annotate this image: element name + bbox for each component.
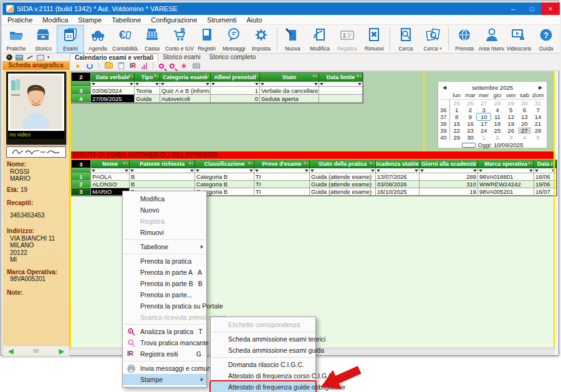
toolbar-prenota[interactable]: Prenota [451, 25, 478, 53]
calendar-day[interactable]: 2 [491, 134, 504, 141]
calendar-day[interactable]: 14 [531, 113, 545, 120]
chart-icon[interactable] [141, 63, 148, 69]
magic-wand-icon[interactable]: ★ [75, 63, 81, 69]
calendar-day[interactable]: 22 [450, 127, 464, 134]
toolbar-conto-iuv[interactable]: + Conto e IUV [166, 25, 193, 53]
menu-item-analizza[interactable]: Analizza la praticaT [123, 326, 206, 337]
cell-prove[interactable]: TI [254, 173, 310, 181]
close-button[interactable]: × [541, 2, 560, 15]
row-header-corner[interactable]: 3 [72, 160, 91, 168]
cell-data-limite[interactable] [319, 95, 363, 103]
tab-storico-completo[interactable]: Storico completo [205, 54, 260, 61]
calendar-day[interactable]: 26 [504, 127, 518, 134]
menu-item-rimuovi[interactable]: Rimuovi [123, 227, 206, 238]
calendar-day[interactable]: 19 [504, 120, 518, 127]
column-header[interactable]: Data verbale∗↕ [91, 73, 135, 82]
camera-lens-icon[interactable] [6, 54, 12, 60]
menu-item-registra-esiti[interactable]: IR Registra esitiG [123, 348, 206, 360]
calendar-day[interactable]: 4 [491, 107, 504, 113]
calendar-day[interactable]: 5 [504, 107, 518, 113]
row-number[interactable]: 3 [72, 188, 91, 196]
cell-prove[interactable]: TI [254, 188, 310, 196]
filter-cell[interactable] [260, 82, 319, 87]
column-header[interactable]: Tipo∗↕ [135, 73, 160, 82]
calendar-next-icon[interactable]: ▶ [536, 85, 545, 90]
column-header[interactable]: Classificazione∗↕ [195, 160, 254, 168]
cell-nome[interactable]: PAOLA [91, 173, 130, 181]
menu-item-stampe[interactable]: Stampe [123, 374, 206, 385]
envelope-icon[interactable]: ✉ [33, 347, 39, 355]
menu-item-prenota-in-parte[interactable]: Prenota in parte... [123, 289, 206, 300]
toolbar-videocorsi[interactable]: Videocorsi [506, 25, 533, 53]
minimize-button[interactable]: – [504, 2, 522, 15]
cell-giorni[interactable]: 310 [420, 181, 478, 188]
column-header[interactable]: Stato della pratica∗↕ [310, 160, 376, 168]
column-header[interactable]: Marca operativa∗↕ [478, 160, 534, 168]
calendar-day[interactable]: 28 [531, 127, 545, 134]
cell-data-verbale-selected[interactable]: 27/09/2025 [91, 95, 135, 103]
cell-marca[interactable]: 98VA005201 [478, 188, 534, 196]
filter-cell[interactable] [254, 168, 310, 173]
calendar-day[interactable]: 18 [491, 120, 504, 127]
calendar-day[interactable]: 29 [450, 134, 464, 141]
row-number[interactable]: 4 [72, 95, 91, 103]
tab-calendario-esami[interactable]: Calendario esami e verbali [70, 54, 158, 61]
filter-cell[interactable] [72, 82, 91, 87]
filter-cell[interactable] [135, 82, 160, 87]
row-number[interactable]: 3 [72, 87, 91, 95]
cell-allievi[interactable]: 0 [211, 95, 260, 103]
calendar-day[interactable]: 25 [491, 127, 504, 134]
cell-scadenza[interactable]: 13/07/2026 [376, 173, 420, 181]
menu-strumenti[interactable]: Strumenti [202, 15, 241, 25]
calendar-day[interactable]: 21 [531, 120, 545, 127]
menu-item-invia-messaggi[interactable]: Invia messaggi e comunicazioni [123, 363, 206, 374]
toolbar-messaggi[interactable]: Messaggi [220, 25, 247, 53]
brush-icon[interactable] [26, 54, 34, 60]
cell-stato[interactable]: Seduta aperta [260, 95, 319, 103]
column-header[interactable]: Nome∗↕ [91, 160, 130, 168]
submenu-item-attestato-corso-cigc[interactable]: Attestato di frequenza corso C.I.G.C [211, 370, 315, 381]
calendar-day[interactable]: 15 [450, 120, 464, 127]
column-header[interactable]: Categoria esame∗↕ [160, 73, 211, 82]
calendar-day[interactable]: 17 [477, 120, 491, 127]
calendar-day[interactable]: 8 [450, 113, 464, 120]
toolbar-imposta[interactable]: Imposta [247, 25, 275, 53]
toolbar-agenda[interactable]: Agenda [84, 25, 112, 53]
row-number[interactable]: 1 [72, 173, 91, 181]
filter-cell[interactable] [310, 168, 376, 173]
calendar-day[interactable]: 28 [491, 100, 504, 107]
toolbar-pratiche[interactable]: Pratiche [2, 25, 30, 53]
image-icon[interactable] [16, 55, 23, 60]
cell-scadenza[interactable]: 16/10/2025 [376, 188, 420, 196]
toolbar-registri[interactable]: Registri [193, 25, 221, 53]
cell-stato-pratica[interactable]: Guida (attende esame) [310, 188, 376, 196]
cell-patente[interactable]: B [130, 173, 195, 181]
calendar-day[interactable]: 30 [464, 134, 477, 141]
calendar-day[interactable]: 25 [450, 100, 464, 107]
filter-cell[interactable] [211, 82, 260, 87]
column-header[interactable]: Scadenza statino∗↕ [376, 160, 420, 168]
menu-modifica[interactable]: Modifica [37, 15, 73, 25]
calendar-day[interactable]: 13 [518, 113, 532, 120]
calendar-day[interactable]: 27 [477, 100, 491, 107]
cell-nome[interactable]: ALONSO [91, 181, 130, 188]
column-header[interactable]: Giorni alla scadenza∗↕ [420, 160, 478, 168]
calendar-day[interactable]: 3 [504, 134, 518, 141]
toolbar-storico[interactable]: Storico [30, 25, 57, 53]
menu-configurazione[interactable]: Configurazione [146, 15, 202, 25]
calendar-day[interactable]: 9 [464, 113, 477, 120]
column-header[interactable]: Patente richiesta∗↕ [130, 160, 195, 168]
cell-data-verbale[interactable]: 03/06/2024 [91, 87, 135, 95]
printer-icon[interactable] [193, 64, 200, 69]
magnifier-icon[interactable] [159, 64, 164, 69]
cell-tipo[interactable]: Teoria [135, 87, 160, 95]
calendar-day[interactable]: 24 [477, 127, 491, 134]
menu-item-modifica[interactable]: Modifica [123, 193, 206, 204]
menu-item-tabellone[interactable]: Tabellone [123, 241, 206, 252]
cell-stato-pratica[interactable]: Guida (attende esame) [310, 181, 376, 188]
filter-cell[interactable] [91, 168, 130, 173]
cell-marca[interactable]: 98VA018801 [478, 173, 534, 181]
submenu-item-scheda-guida[interactable]: Scheda ammissione esami guida [211, 345, 315, 356]
menu-item-prenota-portale[interactable]: Prenota la pratica su Portale [123, 300, 206, 312]
submenu-item-attestato-guide-obbligatorie[interactable]: Attestato di frequenza guide obbligatori… [211, 381, 315, 392]
